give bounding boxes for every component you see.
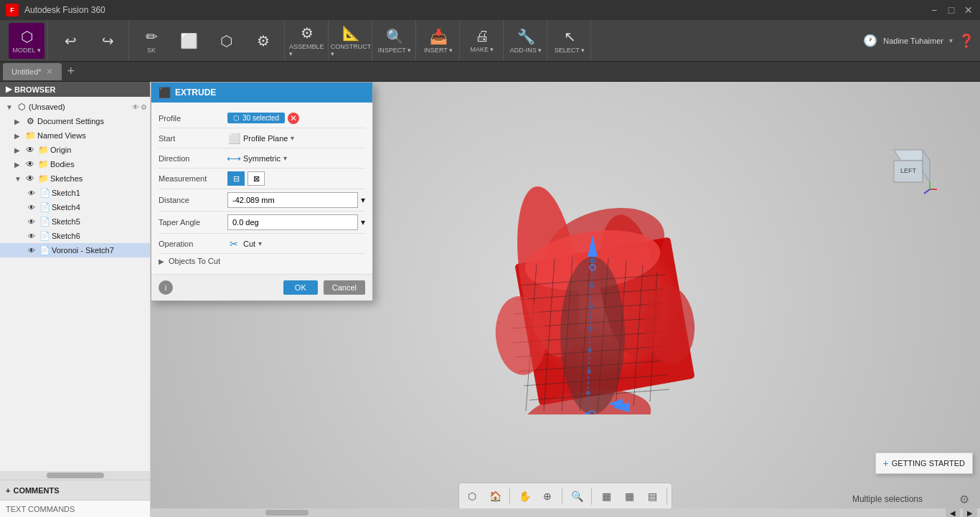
objects-to-cut-row[interactable]: ▶ Objects To Cut bbox=[159, 254, 365, 268]
assemble-button[interactable]: ⚙ ASSEMBLE ▾ bbox=[289, 23, 325, 59]
sidebar-item-sketches[interactable]: ▼ 👁 📁 Sketches bbox=[0, 171, 150, 186]
profile-count-label: 30 selected bbox=[242, 114, 279, 122]
tree-eye-icon: 👁 bbox=[24, 144, 36, 156]
active-tab[interactable]: Untitled* ✕ bbox=[3, 63, 62, 80]
create-surface-button[interactable]: ⬡ bbox=[208, 23, 244, 59]
sidebar-item-origin[interactable]: ▶ 👁 📁 Origin bbox=[0, 143, 150, 157]
sidebar-item-sketch6[interactable]: 👁 📄 Sketch6 bbox=[0, 229, 150, 243]
sidebar-item-bodies[interactable]: ▶ 👁 📁 Bodies bbox=[0, 157, 150, 171]
dialog-title-bar[interactable]: ⬛ EXTRUDE bbox=[151, 82, 372, 103]
sidebar-item-sketch4[interactable]: 👁 📄 Sketch4 bbox=[0, 200, 150, 214]
look-at-button[interactable]: ⊕ bbox=[537, 486, 557, 506]
gear-icon[interactable]: ⚙ bbox=[141, 103, 147, 111]
taper-angle-row: Taper Angle ▾ bbox=[159, 212, 365, 234]
orbit-button[interactable]: ⬡ bbox=[462, 486, 482, 506]
maximize-button[interactable]: □ bbox=[946, 4, 957, 16]
make-button[interactable]: 🖨 MAKE ▾ bbox=[464, 23, 500, 59]
operation-label: Operation bbox=[159, 239, 223, 248]
dialog-title-label: EXTRUDE bbox=[175, 87, 216, 98]
taper-dropdown-arrow[interactable]: ▾ bbox=[361, 217, 365, 227]
forward-icon: ↪ bbox=[102, 32, 114, 49]
sidebar-scrollbar[interactable] bbox=[0, 471, 150, 480]
close-button[interactable]: ✕ bbox=[963, 4, 974, 16]
sidebar-item-sketch1[interactable]: 👁 📄 Sketch1 bbox=[0, 186, 150, 200]
scrollbar-thumb[interactable] bbox=[265, 510, 308, 516]
tree-origin-label: Origin bbox=[50, 146, 147, 154]
tree-sketch1-label: Sketch1 bbox=[52, 189, 147, 197]
start-select[interactable]: ⬜ Profile Plane ▾ bbox=[227, 132, 365, 145]
operation-select[interactable]: ✂ Cut ▾ bbox=[227, 237, 365, 250]
tree-eye-icon: 👁 bbox=[26, 230, 37, 242]
view-cube[interactable]: LEFT bbox=[880, 139, 937, 196]
profile-value: ⬡ 30 selected ✕ bbox=[227, 113, 365, 124]
tree-folder-icon: 📁 bbox=[24, 130, 36, 141]
select-button[interactable]: ↖ SELECT ▾ bbox=[552, 23, 588, 59]
tree-sketch6-label: Sketch6 bbox=[52, 232, 147, 240]
user-name[interactable]: Nadine Tuhaimer bbox=[883, 37, 943, 45]
construct-button[interactable]: 📐 CONSTRUCT ▾ bbox=[333, 23, 369, 59]
select-group: ↖ SELECT ▾ bbox=[549, 20, 591, 61]
insert-button[interactable]: 📥 INSERT ▾ bbox=[420, 23, 456, 59]
display-mode-button[interactable]: ▦ bbox=[596, 486, 616, 506]
sidebar-item-named-views[interactable]: ▶ 📁 Named Views bbox=[0, 128, 150, 143]
pan-button[interactable]: ✋ bbox=[514, 486, 534, 506]
tree-root-item[interactable]: ▼ ⬡ (Unsaved) 👁 ⚙ bbox=[0, 100, 150, 114]
browser-expand-icon[interactable]: ▶ bbox=[6, 85, 11, 94]
text-commands-panel[interactable]: TEXT COMMANDS bbox=[0, 500, 150, 517]
sidebar: ▶ BROWSER ▼ ⬡ (Unsaved) 👁 ⚙ ▶ ⚙ Document… bbox=[0, 82, 151, 517]
tree-eye-icon: 👁 bbox=[24, 158, 36, 170]
profile-clear-button[interactable]: ✕ bbox=[288, 113, 299, 124]
comments-panel[interactable]: + COMMENTS bbox=[0, 480, 150, 500]
minimize-button[interactable]: − bbox=[928, 4, 940, 16]
help-icon[interactable]: ❓ bbox=[958, 33, 974, 49]
info-button[interactable]: i bbox=[159, 280, 173, 295]
distance-input[interactable] bbox=[227, 192, 358, 208]
toolbar-separator bbox=[591, 488, 592, 505]
forward-button[interactable]: ↪ bbox=[90, 23, 126, 59]
history-icon[interactable]: 🕐 bbox=[863, 34, 877, 47]
profile-badge[interactable]: ⬡ 30 selected bbox=[227, 113, 285, 123]
inspect-button[interactable]: 🔍 INSPECT ▾ bbox=[377, 23, 413, 59]
sidebar-item-voronoi-sketch7[interactable]: 👁 📄 Voronoi - Sketch7 bbox=[0, 243, 150, 257]
addins-button[interactable]: 🔧 ADD-INS ▾ bbox=[508, 23, 544, 59]
eye-icon[interactable]: 👁 bbox=[132, 103, 139, 111]
grid-button[interactable]: ▦ bbox=[619, 486, 639, 506]
model-mode-button[interactable]: ⬡ MODEL ▾ bbox=[9, 23, 44, 59]
home-view-button[interactable]: 🏠 bbox=[485, 486, 505, 506]
measurement-whole-button[interactable]: ⊟ bbox=[227, 171, 245, 186]
profile-label: Profile bbox=[159, 114, 223, 123]
taper-angle-input[interactable] bbox=[227, 214, 358, 230]
tree-eye-icon: 👁 bbox=[26, 245, 37, 256]
getting-started-panel[interactable]: + GETTING STARTED bbox=[875, 452, 973, 474]
scroll-right-button[interactable]: ▶ bbox=[963, 508, 977, 517]
zoom-button[interactable]: 🔍 bbox=[567, 486, 587, 506]
sidebar-item-document-settings[interactable]: ▶ ⚙ Document Settings bbox=[0, 114, 150, 128]
dialog-body: Profile ⬡ 30 selected ✕ Start ⬜ Profile bbox=[151, 103, 372, 274]
viewport-scrollbar[interactable]: ◀ ▶ bbox=[151, 508, 980, 517]
create-solid-button[interactable]: ⬜ bbox=[171, 23, 207, 59]
back-button[interactable]: ↩ bbox=[52, 23, 88, 59]
snap-button[interactable]: ▤ bbox=[642, 486, 662, 506]
direction-select[interactable]: ⟷ Symmetric ▾ bbox=[227, 152, 365, 165]
ok-button[interactable]: OK bbox=[283, 280, 318, 295]
tab-close-button[interactable]: ✕ bbox=[46, 67, 53, 77]
addins-group: 🔧 ADD-INS ▾ bbox=[505, 20, 547, 61]
comments-add-icon[interactable]: + bbox=[6, 486, 10, 495]
operation-value: Cut bbox=[243, 239, 255, 248]
distance-label: Distance bbox=[159, 196, 223, 204]
new-tab-button[interactable]: + bbox=[62, 64, 81, 79]
measurement-half-button[interactable]: ⊠ bbox=[248, 171, 265, 186]
cancel-button[interactable]: Cancel bbox=[324, 280, 365, 295]
settings-button[interactable]: ⚙ bbox=[959, 493, 969, 506]
scroll-buttons: ◀ ▶ bbox=[946, 508, 980, 517]
modify-button[interactable]: ⚙ bbox=[245, 23, 281, 59]
addins-icon: 🔧 bbox=[517, 28, 535, 45]
sidebar-item-sketch5[interactable]: 👁 📄 Sketch5 bbox=[0, 214, 150, 229]
sketch-button[interactable]: ✏ SK bbox=[133, 23, 169, 59]
distance-row: Distance ▾ bbox=[159, 189, 365, 212]
tree-sketch5-label: Sketch5 bbox=[52, 217, 147, 226]
scrollbar-thumb[interactable] bbox=[47, 473, 104, 478]
distance-dropdown-arrow[interactable]: ▾ bbox=[361, 195, 365, 205]
scroll-left-button[interactable]: ◀ bbox=[946, 508, 960, 517]
viewport[interactable]: ⬛ EXTRUDE Profile ⬡ 30 selected ✕ bbox=[151, 82, 980, 517]
